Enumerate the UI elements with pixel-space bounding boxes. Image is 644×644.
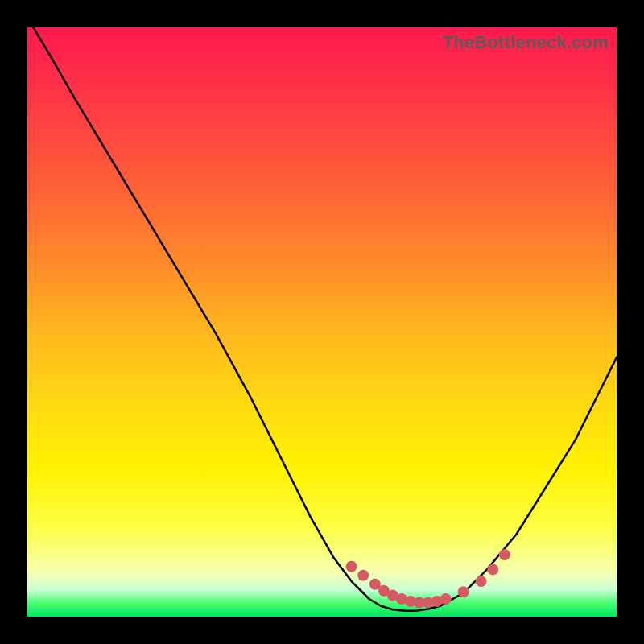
outer-frame: TheBottleneck.com (0, 0, 644, 644)
watermark-text: TheBottleneck.com (443, 32, 609, 53)
chart-svg (27, 27, 617, 617)
curve-marker (440, 593, 452, 605)
curve-marker (476, 576, 487, 587)
curve-marker (346, 561, 357, 572)
curve-marker (458, 586, 469, 597)
plot-area: TheBottleneck.com (27, 27, 617, 617)
curve-marker (357, 570, 369, 581)
curve-marker (499, 549, 510, 560)
bottleneck-curve (33, 27, 617, 611)
curve-marker (487, 564, 498, 575)
